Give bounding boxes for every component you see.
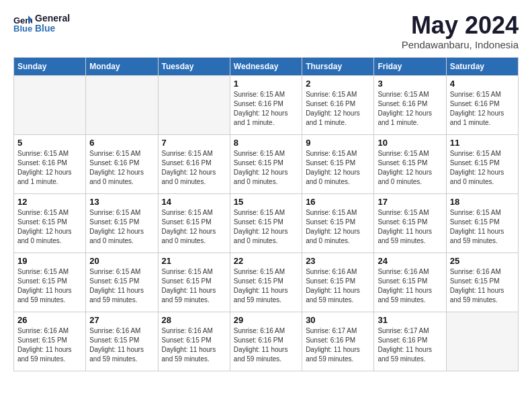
day-number: 12 — [17, 197, 82, 207]
month-title: May 2024 — [402, 13, 519, 38]
day-number: 2 — [306, 79, 370, 89]
day-number: 5 — [17, 138, 82, 148]
day-info: Sunrise: 6:15 AMSunset: 6:16 PMDaylight:… — [306, 90, 370, 128]
day-info: Sunrise: 6:15 AMSunset: 6:15 PMDaylight:… — [234, 267, 298, 305]
calendar-cell: 13Sunrise: 6:15 AMSunset: 6:15 PMDayligh… — [86, 194, 158, 253]
calendar-cell: 16Sunrise: 6:15 AMSunset: 6:15 PMDayligh… — [302, 194, 374, 253]
day-info: Sunrise: 6:15 AMSunset: 6:15 PMDaylight:… — [378, 149, 442, 187]
day-number: 21 — [162, 256, 226, 266]
calendar-cell: 11Sunrise: 6:15 AMSunset: 6:15 PMDayligh… — [446, 135, 518, 194]
calendar-cell: 30Sunrise: 6:17 AMSunset: 6:16 PMDayligh… — [302, 312, 374, 371]
logo-icon: General Blue — [13, 14, 32, 33]
day-number: 19 — [17, 256, 82, 266]
title-block: May 2024 Pendawanbaru, Indonesia — [402, 13, 519, 50]
day-info: Sunrise: 6:16 AMSunset: 6:15 PMDaylight:… — [450, 267, 515, 305]
calendar-cell: 1Sunrise: 6:15 AMSunset: 6:16 PMDaylight… — [230, 76, 302, 135]
day-info: Sunrise: 6:15 AMSunset: 6:16 PMDaylight:… — [162, 149, 226, 187]
day-number: 14 — [162, 197, 226, 207]
day-info: Sunrise: 6:15 AMSunset: 6:15 PMDaylight:… — [378, 208, 442, 246]
day-info: Sunrise: 6:15 AMSunset: 6:15 PMDaylight:… — [306, 208, 370, 246]
calendar-cell: 12Sunrise: 6:15 AMSunset: 6:15 PMDayligh… — [14, 194, 86, 253]
calendar-cell: 8Sunrise: 6:15 AMSunset: 6:15 PMDaylight… — [230, 135, 302, 194]
calendar-cell: 22Sunrise: 6:15 AMSunset: 6:15 PMDayligh… — [230, 253, 302, 312]
day-info: Sunrise: 6:15 AMSunset: 6:15 PMDaylight:… — [89, 267, 154, 305]
calendar-cell: 14Sunrise: 6:15 AMSunset: 6:15 PMDayligh… — [158, 194, 230, 253]
calendar-cell: 4Sunrise: 6:15 AMSunset: 6:16 PMDaylight… — [446, 76, 518, 135]
day-number: 17 — [378, 197, 442, 207]
day-info: Sunrise: 6:15 AMSunset: 6:16 PMDaylight:… — [17, 149, 82, 187]
weekday-header-monday: Monday — [86, 58, 158, 76]
day-number: 13 — [89, 197, 154, 207]
calendar-cell: 15Sunrise: 6:15 AMSunset: 6:15 PMDayligh… — [230, 194, 302, 253]
logo-line1: General — [35, 13, 70, 24]
logo: General Blue General Blue — [13, 13, 70, 34]
calendar-table: SundayMondayTuesdayWednesdayThursdayFrid… — [13, 57, 519, 371]
calendar-cell: 25Sunrise: 6:16 AMSunset: 6:15 PMDayligh… — [446, 253, 518, 312]
day-info: Sunrise: 6:15 AMSunset: 6:15 PMDaylight:… — [234, 208, 298, 246]
calendar-cell: 26Sunrise: 6:16 AMSunset: 6:15 PMDayligh… — [14, 312, 86, 371]
week-row-4: 19Sunrise: 6:15 AMSunset: 6:15 PMDayligh… — [14, 253, 519, 312]
weekday-header-tuesday: Tuesday — [158, 58, 230, 76]
day-number: 10 — [378, 138, 442, 148]
day-info: Sunrise: 6:16 AMSunset: 6:15 PMDaylight:… — [17, 326, 82, 364]
day-info: Sunrise: 6:15 AMSunset: 6:15 PMDaylight:… — [450, 208, 515, 246]
calendar-cell: 17Sunrise: 6:15 AMSunset: 6:15 PMDayligh… — [374, 194, 446, 253]
weekday-header-thursday: Thursday — [302, 58, 374, 76]
week-row-5: 26Sunrise: 6:16 AMSunset: 6:15 PMDayligh… — [14, 312, 519, 371]
calendar-cell: 3Sunrise: 6:15 AMSunset: 6:16 PMDaylight… — [374, 76, 446, 135]
weekday-header-saturday: Saturday — [446, 58, 518, 76]
calendar-cell: 23Sunrise: 6:16 AMSunset: 6:15 PMDayligh… — [302, 253, 374, 312]
week-row-3: 12Sunrise: 6:15 AMSunset: 6:15 PMDayligh… — [14, 194, 519, 253]
calendar-cell: 10Sunrise: 6:15 AMSunset: 6:15 PMDayligh… — [374, 135, 446, 194]
weekday-header-row: SundayMondayTuesdayWednesdayThursdayFrid… — [14, 58, 519, 76]
day-info: Sunrise: 6:15 AMSunset: 6:15 PMDaylight:… — [234, 149, 298, 187]
day-info: Sunrise: 6:15 AMSunset: 6:15 PMDaylight:… — [306, 149, 370, 187]
day-number: 16 — [306, 197, 370, 207]
day-number: 20 — [89, 256, 154, 266]
day-number: 8 — [234, 138, 298, 148]
calendar-cell — [14, 76, 86, 135]
calendar-cell: 18Sunrise: 6:15 AMSunset: 6:15 PMDayligh… — [446, 194, 518, 253]
calendar-cell: 31Sunrise: 6:17 AMSunset: 6:16 PMDayligh… — [374, 312, 446, 371]
day-info: Sunrise: 6:15 AMSunset: 6:15 PMDaylight:… — [162, 208, 226, 246]
day-number: 15 — [234, 197, 298, 207]
day-number: 9 — [306, 138, 370, 148]
day-info: Sunrise: 6:17 AMSunset: 6:16 PMDaylight:… — [306, 326, 370, 364]
day-info: Sunrise: 6:15 AMSunset: 6:16 PMDaylight:… — [234, 90, 298, 128]
calendar-cell — [86, 76, 158, 135]
day-number: 6 — [89, 138, 154, 148]
calendar-cell: 5Sunrise: 6:15 AMSunset: 6:16 PMDaylight… — [14, 135, 86, 194]
day-info: Sunrise: 6:16 AMSunset: 6:15 PMDaylight:… — [378, 267, 442, 305]
day-info: Sunrise: 6:15 AMSunset: 6:15 PMDaylight:… — [17, 267, 82, 305]
day-number: 26 — [17, 315, 82, 325]
day-number: 3 — [378, 79, 442, 89]
day-info: Sunrise: 6:15 AMSunset: 6:16 PMDaylight:… — [450, 90, 515, 128]
day-number: 25 — [450, 256, 515, 266]
weekday-header-friday: Friday — [374, 58, 446, 76]
day-info: Sunrise: 6:16 AMSunset: 6:16 PMDaylight:… — [234, 326, 298, 364]
day-info: Sunrise: 6:15 AMSunset: 6:15 PMDaylight:… — [450, 149, 515, 187]
day-info: Sunrise: 6:16 AMSunset: 6:15 PMDaylight:… — [89, 326, 154, 364]
day-info: Sunrise: 6:15 AMSunset: 6:15 PMDaylight:… — [17, 208, 82, 246]
day-info: Sunrise: 6:17 AMSunset: 6:16 PMDaylight:… — [378, 326, 442, 364]
week-row-2: 5Sunrise: 6:15 AMSunset: 6:16 PMDaylight… — [14, 135, 519, 194]
day-info: Sunrise: 6:16 AMSunset: 6:15 PMDaylight:… — [162, 326, 226, 364]
day-number: 31 — [378, 315, 442, 325]
day-number: 7 — [162, 138, 226, 148]
week-row-1: 1Sunrise: 6:15 AMSunset: 6:16 PMDaylight… — [14, 76, 519, 135]
calendar-cell: 21Sunrise: 6:15 AMSunset: 6:15 PMDayligh… — [158, 253, 230, 312]
day-number: 28 — [162, 315, 226, 325]
calendar-cell: 2Sunrise: 6:15 AMSunset: 6:16 PMDaylight… — [302, 76, 374, 135]
page-header: General Blue General Blue May 2024 Penda… — [13, 13, 519, 50]
calendar-cell: 27Sunrise: 6:16 AMSunset: 6:15 PMDayligh… — [86, 312, 158, 371]
day-number: 4 — [450, 79, 515, 89]
day-number: 22 — [234, 256, 298, 266]
calendar-cell: 20Sunrise: 6:15 AMSunset: 6:15 PMDayligh… — [86, 253, 158, 312]
day-info: Sunrise: 6:15 AMSunset: 6:15 PMDaylight:… — [162, 267, 226, 305]
calendar-cell: 7Sunrise: 6:15 AMSunset: 6:16 PMDaylight… — [158, 135, 230, 194]
calendar-cell: 29Sunrise: 6:16 AMSunset: 6:16 PMDayligh… — [230, 312, 302, 371]
svg-text:Blue: Blue — [13, 24, 32, 33]
calendar-cell — [446, 312, 518, 371]
day-number: 24 — [378, 256, 442, 266]
calendar-cell: 19Sunrise: 6:15 AMSunset: 6:15 PMDayligh… — [14, 253, 86, 312]
